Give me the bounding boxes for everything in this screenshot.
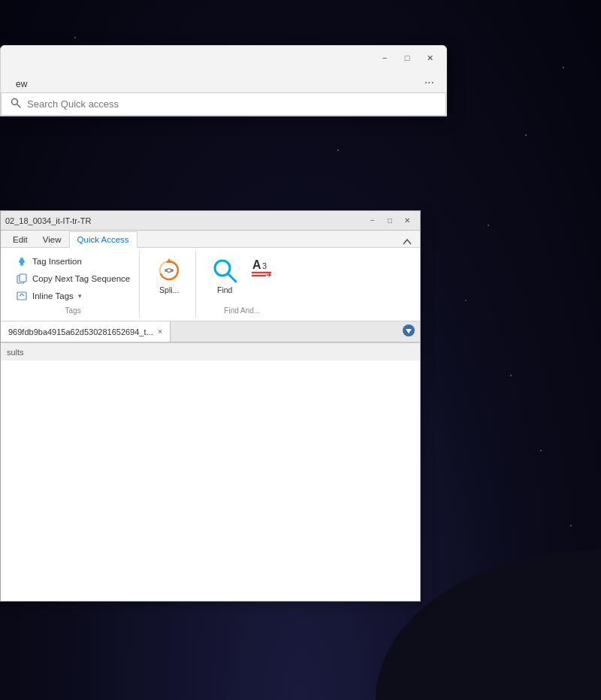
- find-label: Find: [217, 285, 232, 294]
- close-button[interactable]: ✕: [419, 50, 440, 66]
- inline-tags-label: Inline Tags: [32, 291, 74, 300]
- find-replace-icon: A 3: [252, 257, 271, 282]
- more-options-button[interactable]: ···: [418, 73, 440, 92]
- inline-tags-icon: [16, 290, 28, 302]
- editor-ribbon-tabs: Edit View Quick Access: [1, 231, 420, 248]
- svg-point-7: [165, 269, 168, 272]
- tag-insertion-button[interactable]: Tag Insertion: [13, 254, 133, 269]
- tags-group: Tag Insertion Copy Next Tag Sequence: [7, 251, 140, 318]
- svg-line-10: [228, 274, 236, 282]
- editor-close-button[interactable]: ✕: [399, 214, 415, 228]
- maximize-button[interactable]: □: [397, 50, 418, 66]
- tab-quick-access[interactable]: Quick Access: [69, 231, 137, 248]
- tab-scroll-button[interactable]: [397, 324, 420, 340]
- document-tab-text: 969fdb9ba4915a62d530281652694_t...: [8, 327, 153, 336]
- search-input[interactable]: [27, 98, 436, 110]
- tab-edit[interactable]: Edit: [5, 232, 35, 247]
- copy-next-tag-label: Copy Next Tag Sequence: [32, 274, 130, 283]
- svg-point-0: [12, 99, 18, 105]
- svg-rect-4: [20, 274, 26, 282]
- ribbon: ew ···: [1, 70, 446, 93]
- ribbon-tabs: ew ···: [1, 73, 446, 92]
- split-icon: [157, 258, 181, 282]
- split-button[interactable]: Spli...: [150, 254, 188, 299]
- svg-text:A: A: [252, 258, 261, 271]
- editor-title-controls: − □ ✕: [364, 214, 415, 228]
- title-bar-controls: − □ ✕: [374, 50, 440, 66]
- document-tab[interactable]: 969fdb9ba4915a62d530281652694_t... ×: [1, 321, 171, 342]
- search-icon: [11, 98, 21, 110]
- editor-ribbon-content: Tag Insertion Copy Next Tag Sequence: [1, 248, 420, 321]
- tags-group-label: Tags: [13, 303, 133, 315]
- find-button[interactable]: Find: [207, 254, 243, 299]
- status-text: sults: [7, 348, 24, 357]
- editor-window: 02_18_0034_it-IT-tr-TR − □ ✕ Edit View Q…: [0, 210, 421, 602]
- document-tab-close-button[interactable]: ×: [158, 327, 162, 336]
- tab-view[interactable]: View: [35, 232, 69, 247]
- inline-tags-dropdown: ▾: [78, 292, 82, 300]
- editor-maximize-button[interactable]: □: [382, 214, 398, 228]
- svg-text:3: 3: [262, 261, 267, 270]
- ribbon-collapse-button[interactable]: [399, 237, 415, 247]
- find-icon: [213, 258, 237, 282]
- copy-tag-icon: [16, 273, 28, 285]
- editor-title-text: 02_18_0034_it-IT-tr-TR: [5, 216, 361, 225]
- find-replace-button[interactable]: A 3: [246, 254, 277, 287]
- find-group-label: Find And...: [207, 303, 277, 315]
- editor-title-bar: 02_18_0034_it-IT-tr-TR − □ ✕: [1, 211, 420, 231]
- editor-ribbon: Edit View Quick Access: [1, 231, 420, 321]
- inline-tags-button[interactable]: Inline Tags ▾: [13, 288, 133, 303]
- editor-minimize-button[interactable]: −: [364, 214, 381, 228]
- status-bar: sults: [1, 342, 420, 361]
- svg-point-8: [171, 269, 174, 272]
- document-content: [1, 361, 420, 601]
- title-bar: − □ ✕: [1, 46, 446, 70]
- split-group: Spli...: [143, 251, 196, 318]
- find-group: Find A 3: [199, 251, 285, 318]
- tag-insertion-label: Tag Insertion: [32, 257, 82, 266]
- gear-icon: [16, 255, 28, 267]
- minimize-button[interactable]: −: [374, 50, 395, 66]
- split-label: Spli...: [159, 285, 179, 294]
- document-tab-bar: 969fdb9ba4915a62d530281652694_t... ×: [1, 321, 420, 342]
- file-explorer-window: − □ ✕ ew ···: [0, 45, 447, 116]
- tab-ew[interactable]: ew: [7, 76, 36, 92]
- tags-items: Tag Insertion Copy Next Tag Sequence: [13, 254, 133, 303]
- search-bar: [1, 93, 446, 116]
- svg-line-1: [17, 104, 20, 107]
- copy-next-tag-button[interactable]: Copy Next Tag Sequence: [13, 271, 133, 286]
